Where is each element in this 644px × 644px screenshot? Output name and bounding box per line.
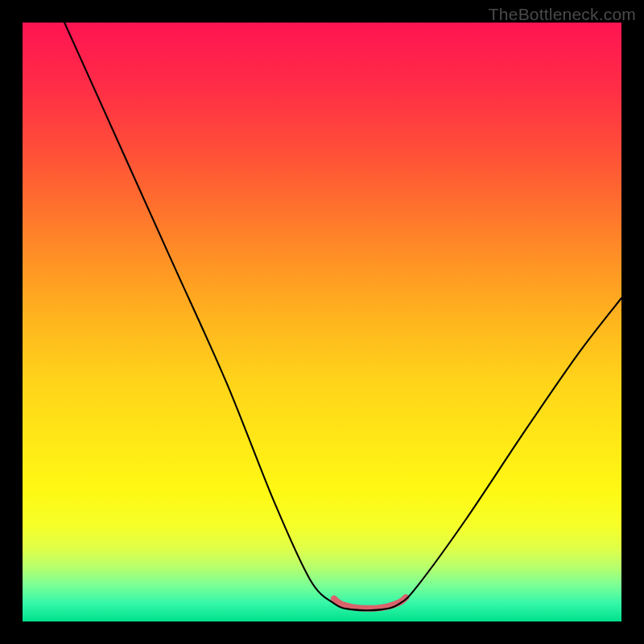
watermark-text: TheBottleneck.com bbox=[489, 5, 636, 24]
bottleneck-curve-path bbox=[64, 23, 621, 610]
curve-layer bbox=[23, 23, 621, 621]
chart-frame: TheBottleneck.com bbox=[0, 0, 644, 644]
plot-area bbox=[23, 23, 621, 621]
